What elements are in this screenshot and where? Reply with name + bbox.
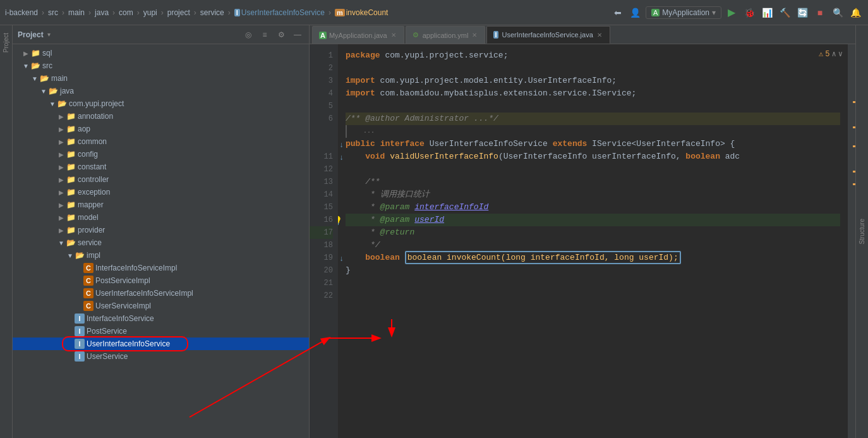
run-button[interactable]: ▶ [724, 5, 739, 20]
stop-button[interactable]: ■ [812, 5, 828, 20]
warning-gutter-icon-17: 💡 [338, 215, 342, 228]
tree-item-com-yupi-project[interactable]: ▼ 📂 com.yupi.project [13, 97, 309, 110]
tree-arrow-config: ▶ [57, 151, 66, 158]
code-line-14: /** [346, 176, 840, 188]
code-line-19: */ [346, 239, 840, 252]
tree-item-UserInterfaceInfoService[interactable]: I UserInterfaceInfoService [13, 338, 309, 350]
tab-applicationyml[interactable]: ⚙ application.yml ✕ [406, 26, 486, 44]
tree-item-controller[interactable]: ▶ 📁 controller [13, 173, 309, 186]
class-icon-PostServiceImpl: C [83, 276, 93, 286]
back-icon[interactable]: ⬅ [610, 5, 625, 20]
tree-item-PostServiceImpl[interactable]: C PostServiceImpl [13, 274, 309, 287]
tab-close-service[interactable]: ✕ [596, 31, 603, 39]
notification-button[interactable]: 🔔 [848, 5, 863, 20]
tree-label-com: com.yupi.project [69, 99, 124, 108]
tab-close-yml[interactable]: ✕ [471, 31, 478, 39]
breadcrumb-src[interactable]: src [48, 8, 58, 17]
tree-item-service[interactable]: ▼ 📂 service [13, 236, 309, 249]
tree-item-main[interactable]: ▼ 📂 main [13, 72, 309, 85]
folder-icon-sql: 📁 [30, 48, 40, 58]
code-content[interactable]: ⚠ 5 ∧ ∨ package com.yupi.project.service… [338, 44, 848, 438]
tree-item-UserInterfaceInfoServiceImpl[interactable]: C UserInterfaceInfoServiceImpl [13, 287, 309, 300]
tree-item-src[interactable]: ▼ 📂 src [13, 59, 309, 72]
hide-panel-button[interactable]: — [291, 28, 304, 41]
breadcrumb-main[interactable]: main [68, 8, 85, 17]
breadcrumb-ibackend[interactable]: i-backend [5, 8, 38, 17]
breadcrumb-java[interactable]: java [95, 8, 109, 17]
profile-button[interactable]: 📊 [759, 5, 775, 20]
tree-arrow-controller: ▶ [57, 176, 66, 183]
tree-item-provider[interactable]: ▶ 📁 provider [13, 224, 309, 236]
tree-item-UserService[interactable]: I UserService [13, 350, 309, 363]
interface-icon-UserService: I [75, 351, 85, 362]
tree-item-InterfaceInfoServiceImpl[interactable]: C InterfaceInfoServiceImpl [13, 262, 309, 274]
tree-label-PostServiceImpl: PostServiceImpl [95, 276, 150, 285]
tree-options-button[interactable]: ⚙ [275, 28, 287, 41]
tree-item-model[interactable]: ▶ 📁 model [13, 211, 309, 224]
folder-icon-mapper: 📁 [66, 200, 76, 210]
tree-item-annotation[interactable]: ▶ 📁 annotation [13, 110, 309, 123]
breadcrumb-method[interactable]: minvokeCount [335, 8, 389, 17]
tree-label-service: service [78, 238, 102, 247]
tree-arrow-annotation: ▶ [57, 113, 66, 120]
locate-in-tree-button[interactable]: ◎ [242, 28, 255, 41]
search-button[interactable]: 🔍 [830, 5, 845, 20]
tree-label-InterfaceInfoServiceImpl: InterfaceInfoServiceImpl [95, 264, 177, 272]
code-line-gap: ... [346, 125, 840, 138]
structure-strip[interactable]: Structure [855, 25, 868, 438]
tab-close-myapp[interactable]: ✕ [390, 31, 397, 39]
tree-arrow-java: ▼ [39, 88, 48, 95]
debug-button[interactable]: 🐞 [742, 5, 757, 20]
code-line-20: ↓ boolean boolean invokeCount(long inter… [346, 252, 840, 264]
tab-label-service: UserInterfaceInfoService.java [502, 31, 593, 39]
run-config-label: MyApplication [662, 8, 709, 17]
tree-arrow-sql: ▶ [21, 50, 30, 57]
tree-item-impl[interactable]: ▼ 📂 impl [13, 249, 309, 262]
tree-item-mapper[interactable]: ▶ 📁 mapper [13, 198, 309, 211]
editor-area: A MyApplication.java ✕ ⚙ application.yml… [310, 25, 855, 438]
tree-item-aop[interactable]: ▶ 📁 aop [13, 123, 309, 135]
code-line-15: * 调用接口统计 [346, 188, 840, 201]
tree-label-exception: exception [78, 188, 110, 197]
tree-item-exception[interactable]: ▶ 📁 exception [13, 186, 309, 198]
collapse-all-button[interactable]: ≡ [258, 28, 271, 41]
tree-item-sql[interactable]: ▶ 📁 sql [13, 47, 309, 59]
breadcrumb-com[interactable]: com [119, 8, 133, 17]
sidebar-strip: Project [0, 25, 13, 438]
tree-item-config[interactable]: ▶ 📁 config [13, 148, 309, 161]
person-icon[interactable]: 👤 [628, 5, 643, 20]
folder-icon-aop: 📁 [66, 124, 76, 134]
folder-icon-controller: 📁 [66, 174, 76, 185]
breadcrumb-project[interactable]: project [167, 8, 190, 17]
code-line-22 [346, 277, 840, 289]
project-strip-label[interactable]: Project [3, 33, 9, 52]
breadcrumb-yupi[interactable]: yupi [143, 8, 157, 17]
breadcrumb-interface[interactable]: IUserInterfaceInfoService [234, 8, 325, 17]
tree-label-UserServiceImpl: UserServiceImpl [95, 301, 151, 310]
code-line-4: import com.baomidou.mybatisplus.extensio… [346, 87, 840, 100]
tree-item-PostService[interactable]: I PostService [13, 325, 309, 338]
tree-arrow-provider: ▶ [57, 227, 66, 234]
code-line-12: ↓ void validUserInterfaceInfo(UserInterf… [346, 150, 840, 163]
build-button[interactable]: 🔨 [777, 5, 792, 20]
code-line-2 [346, 62, 840, 75]
tab-UserInterfaceInfoService[interactable]: I UserInterfaceInfoService.java ✕ [486, 26, 610, 44]
tree-item-UserServiceImpl[interactable]: C UserServiceImpl [13, 300, 309, 312]
breadcrumb-service[interactable]: service [200, 8, 224, 17]
folder-icon-main: 📂 [39, 73, 49, 83]
update-button[interactable]: 🔄 [795, 5, 810, 20]
tree-item-InterfaceInfoService[interactable]: I InterfaceInfoService [13, 312, 309, 325]
code-line-21: } [346, 264, 840, 277]
tree-label-InterfaceInfoService: InterfaceInfoService [87, 314, 154, 323]
tree-label-controller: controller [78, 175, 109, 184]
folder-icon-constant: 📁 [66, 162, 76, 172]
run-config-dropdown[interactable]: A MyApplication ▾ [646, 6, 721, 19]
tree-item-common[interactable]: ▶ 📁 common [13, 135, 309, 148]
main-layout: Project Project ▾ ◎ ≡ ⚙ — ▶ 📁 sql ▼ 📂 [0, 25, 868, 438]
project-panel-header: Project ▾ ◎ ≡ ⚙ — [13, 25, 309, 44]
tab-MyApplication[interactable]: A MyApplication.java ✕ [312, 26, 404, 44]
tree-label-src: src [42, 61, 52, 70]
tree-item-java[interactable]: ▼ 📂 java [13, 85, 309, 97]
tree-item-constant[interactable]: ▶ 📁 constant [13, 161, 309, 173]
tree-arrow-impl: ▼ [66, 252, 75, 259]
